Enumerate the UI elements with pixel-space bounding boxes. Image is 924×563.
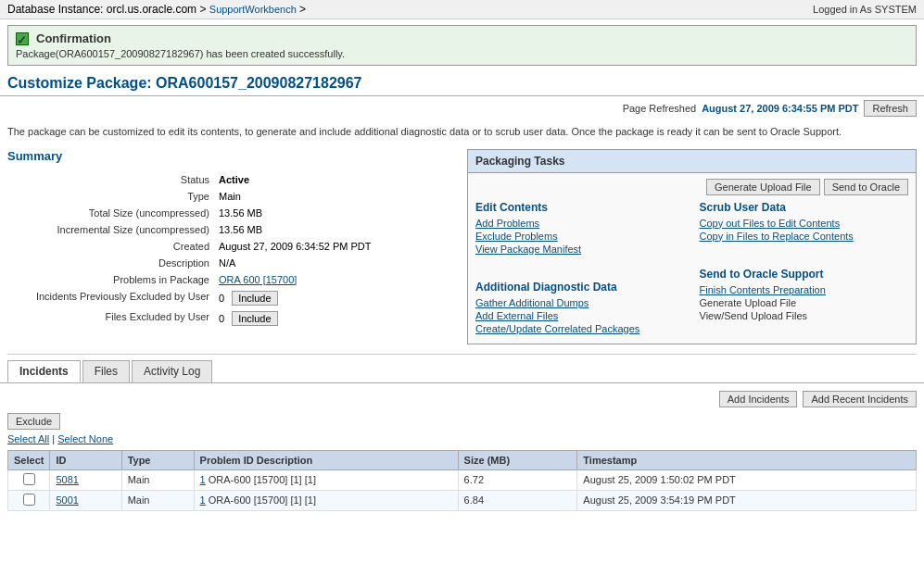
summary-table: Status Active Type Main Total Size (unco… <box>7 170 452 330</box>
row2-type: Main <box>121 490 194 510</box>
summary-value-created: August 27, 2009 6:34:52 PM PDT <box>219 241 372 252</box>
table-row: 5001 Main 1 ORA-600 [15700] [1] [1] 6.84… <box>8 490 917 510</box>
files-excluded-count: 0 <box>219 313 224 324</box>
edit-contents-title: Edit Contents <box>475 201 685 214</box>
select-none-link[interactable]: Select None <box>57 433 113 444</box>
row2-checkbox-cell <box>8 490 50 510</box>
add-recent-incidents-button[interactable]: Add Recent Incidents <box>803 391 917 407</box>
col-header-id: ID <box>50 450 121 469</box>
summary-row-description: Description N/A <box>9 256 450 270</box>
summary-label-files-excluded: Files Excluded by User <box>9 309 213 328</box>
finish-contents-preparation-link[interactable]: Finish Contents Preparation <box>700 284 909 295</box>
generate-upload-file-button[interactable]: Generate Upload File <box>706 179 820 195</box>
generate-upload-file-static: Generate Upload File <box>700 297 909 308</box>
summary-row-problems: Problems in Package ORA 600 [15700] <box>9 272 450 287</box>
tab-incidents[interactable]: Incidents <box>7 360 81 382</box>
main-content: Summary Status Active Type Main Total Si… <box>0 149 924 354</box>
add-incidents-button[interactable]: Add Incidents <box>719 391 798 407</box>
col-header-timestamp: Timestamp <box>577 450 917 469</box>
refresh-datetime: August 27, 2009 6:34:55 PM PDT <box>702 103 858 114</box>
add-problems-link[interactable]: Add Problems <box>475 218 685 229</box>
row1-problem-id-link[interactable]: 1 <box>200 474 206 485</box>
packaging-tasks-section: Packaging Tasks Generate Upload File Sen… <box>467 149 917 344</box>
gather-additional-dumps-link[interactable]: Gather Additional Dumps <box>475 297 685 308</box>
col-header-problem-id-desc: Problem ID Description <box>194 450 458 469</box>
copy-in-files-link[interactable]: Copy in Files to Replace Contents <box>700 231 909 242</box>
summary-label-status: Status <box>9 172 213 187</box>
select-links: Select All | Select None <box>0 432 924 446</box>
row1-timestamp: August 25, 2009 1:50:02 PM PDT <box>577 469 917 490</box>
select-all-link[interactable]: Select All <box>7 433 49 444</box>
include-files-button[interactable]: Include <box>232 311 277 326</box>
send-to-oracle-button[interactable]: Send to Oracle <box>824 179 908 195</box>
table-header-row: Select ID Type Problem ID Description Si… <box>8 450 917 469</box>
row1-id: 5081 <box>50 469 121 490</box>
top-nav: Database Instance: orcl.us.oracle.com > … <box>0 0 924 19</box>
row2-problem-id-link[interactable]: 1 <box>200 494 206 506</box>
refresh-button[interactable]: Refresh <box>864 100 917 117</box>
send-to-oracle-support-title: Send to Oracle Support <box>700 268 909 281</box>
row2-id: 5001 <box>50 490 121 510</box>
support-workbench-link[interactable]: SupportWorkbench <box>209 4 297 15</box>
summary-row-type: Type Main <box>9 189 450 204</box>
scrub-user-data-title: Scrub User Data <box>700 201 909 214</box>
tab-activity-log[interactable]: Activity Log <box>132 360 212 382</box>
summary-row-status: Status Active <box>9 172 450 187</box>
logged-in-label: Logged in As SYSTEM <box>813 4 917 15</box>
nav-separator-2: > <box>299 3 306 16</box>
summary-row-incremental-size: Incremental Size (uncompressed) 13.56 MB <box>9 222 450 237</box>
summary-label-problems: Problems in Package <box>9 272 213 287</box>
summary-label-total-size: Total Size (uncompressed) <box>9 206 213 220</box>
create-update-correlated-link[interactable]: Create/Update Correlated Packages <box>475 323 685 334</box>
view-send-upload-files-static: View/Send Upload Files <box>700 310 909 321</box>
row1-checkbox[interactable] <box>23 473 35 485</box>
summary-label-incremental-size: Incremental Size (uncompressed) <box>9 222 213 237</box>
exclude-button[interactable]: Exclude <box>7 413 60 430</box>
summary-row-created: Created August 27, 2009 6:34:52 PM PDT <box>9 239 450 254</box>
db-instance-label: Database Instance: orcl.us.oracle.com <box>7 3 196 16</box>
packaging-body: Edit Contents Add Problems Exclude Probl… <box>468 201 916 344</box>
summary-label-created: Created <box>9 239 213 254</box>
incidents-excluded-count: 0 <box>219 293 224 304</box>
row1-id-link[interactable]: 5081 <box>56 474 78 485</box>
tab-files[interactable]: Files <box>82 360 130 382</box>
include-incidents-button[interactable]: Include <box>232 291 277 306</box>
summary-row-files-excluded: Files Excluded by User 0 Include <box>9 309 450 328</box>
row1-checkbox-cell <box>8 469 50 490</box>
row2-size: 6.84 <box>458 490 577 510</box>
confirmation-icon: ✓ <box>16 32 29 45</box>
packaging-task-buttons: Generate Upload File Send to Oracle <box>468 173 916 201</box>
copy-out-files-link[interactable]: Copy out Files to Edit Contents <box>700 218 909 229</box>
table-row: 5081 Main 1 ORA-600 [15700] [1] [1] 6.72… <box>8 469 917 490</box>
summary-value-incremental-size: 13.56 MB <box>219 224 262 235</box>
nav-separator-1: > <box>199 3 209 16</box>
row2-timestamp: August 25, 2009 3:54:19 PM PDT <box>577 490 917 510</box>
summary-label-description: Description <box>9 256 213 270</box>
exclude-problems-link[interactable]: Exclude Problems <box>475 231 685 242</box>
row2-checkbox[interactable] <box>23 494 35 506</box>
page-refreshed-label: Page Refreshed <box>623 103 697 114</box>
scrub-user-data-col: Scrub User Data Copy out Files to Edit C… <box>700 201 909 336</box>
main-description: The package can be customized to edit it… <box>0 120 924 149</box>
summary-label-incidents-excluded: Incidents Previously Excluded by User <box>9 289 213 307</box>
confirmation-title-text: Confirmation <box>36 31 111 45</box>
refresh-bar: Page Refreshed August 27, 2009 6:34:55 P… <box>0 96 924 120</box>
problems-in-package-link[interactable]: ORA 600 [15700] <box>219 274 297 285</box>
page-title: Customize Package: ORA600157_20090827182… <box>0 69 924 96</box>
row1-problem-desc: 1 ORA-600 [15700] [1] [1] <box>194 469 458 490</box>
row2-problem-desc: 1 ORA-600 [15700] [1] [1] <box>194 490 458 510</box>
add-external-files-link[interactable]: Add External Files <box>475 310 685 321</box>
incidents-table: Select ID Type Problem ID Description Si… <box>7 450 917 511</box>
view-package-manifest-link[interactable]: View Package Manifest <box>475 244 685 255</box>
tabs-container: Incidents Files Activity Log <box>0 360 924 383</box>
summary-row-incidents-excluded: Incidents Previously Excluded by User 0 … <box>9 289 450 307</box>
confirmation-message: Package(ORA600157_20090827182967) has be… <box>16 48 908 59</box>
summary-label-type: Type <box>9 189 213 204</box>
col-header-select: Select <box>8 450 50 469</box>
action-bar: Add Incidents Add Recent Incidents <box>0 383 924 411</box>
summary-row-total-size: Total Size (uncompressed) 13.56 MB <box>9 206 450 220</box>
summary-value-description: N/A <box>219 257 235 269</box>
row2-id-link[interactable]: 5001 <box>56 494 78 506</box>
col-header-type: Type <box>121 450 194 469</box>
confirmation-box: ✓ Confirmation Package(ORA600157_2009082… <box>7 25 917 66</box>
